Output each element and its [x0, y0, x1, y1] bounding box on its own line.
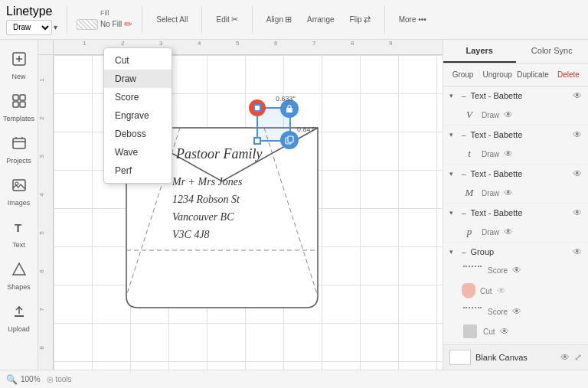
- layer-group-main-header[interactable]: ▾ – Group 👁: [443, 243, 588, 261]
- blank-canvas-swatch: [449, 350, 471, 365]
- align-button[interactable]: Align ⊞: [262, 12, 296, 27]
- layer-text-babette-3-header[interactable]: ▾ – Text - Babette 👁: [443, 165, 588, 183]
- layer-text-babette-4-header[interactable]: ▾ – Text - Babette 👁: [443, 204, 588, 222]
- layer-score-2[interactable]: Score 👁: [443, 302, 588, 321]
- sidebar-item-images[interactable]: Images: [2, 172, 36, 211]
- selection-box[interactable]: ✕: [256, 107, 291, 142]
- zoom-level: 100%: [21, 375, 41, 383]
- ruler-mark-h-6: 6: [274, 40, 277, 47]
- more-button[interactable]: More •••: [394, 13, 431, 26]
- svg-rect-3: [13, 95, 18, 100]
- handle-top-left[interactable]: [253, 104, 261, 112]
- eye-icon-blank-canvas[interactable]: 👁: [560, 352, 570, 363]
- layer-draw-4[interactable]: p Draw 👁: [443, 222, 588, 242]
- edit-button[interactable]: Edit ✂: [211, 12, 242, 27]
- ruler-mark-v-1: 1: [38, 78, 45, 81]
- svg-text:Pastoor Family: Pastoor Family: [175, 146, 263, 161]
- ruler-mark-v-5: 5: [38, 231, 45, 234]
- svg-rect-7: [13, 139, 25, 148]
- draw-2-icon: t: [462, 148, 477, 160]
- layer-babette-1-name: Text - Babette: [471, 91, 568, 100]
- eye-icon-draw-4[interactable]: 👁: [504, 227, 513, 237]
- arrange-button[interactable]: Arrange: [302, 13, 339, 26]
- upload-icon: [11, 303, 28, 324]
- dropdown-item-perf[interactable]: Perf: [104, 161, 172, 180]
- eye-icon-cut-1[interactable]: 👁: [497, 285, 506, 296]
- duplicate-button[interactable]: Duplicate: [515, 68, 550, 81]
- sidebar-item-upload[interactable]: Upload: [2, 298, 36, 337]
- dropdown-item-draw[interactable]: Draw: [104, 70, 172, 88]
- expand-icon-3: ▾: [449, 170, 457, 178]
- expand-icon-2: ▾: [449, 131, 457, 139]
- canvas-area[interactable]: 1 2 3 4 5 6 7 8 9 1 2 3 4 5 6 7 8: [38, 40, 443, 370]
- draw-2-type: Draw: [482, 150, 499, 158]
- status-text: ◎ tools: [47, 375, 72, 383]
- dropdown-item-cut[interactable]: Cut: [104, 51, 172, 70]
- measurement-width: 0.633": [276, 95, 296, 103]
- eye-icon-draw-2[interactable]: 👁: [504, 148, 513, 159]
- layer-draw-3[interactable]: M Draw 👁: [443, 183, 588, 203]
- ruler-corner: [38, 40, 54, 55]
- eye-icon-draw-1[interactable]: 👁: [504, 109, 513, 120]
- templates-icon: [11, 93, 28, 113]
- layer-draw-2[interactable]: t Draw 👁: [443, 144, 588, 164]
- layer-babette-2-name: Text - Babette: [471, 130, 568, 139]
- ruler-mark-h-5: 5: [236, 40, 239, 47]
- handle-bottom-left[interactable]: [253, 137, 261, 145]
- dropdown-item-deboss[interactable]: Deboss: [104, 125, 172, 143]
- ruler-mark-h-2: 2: [121, 40, 124, 47]
- eye-icon-score-2[interactable]: 👁: [512, 306, 521, 317]
- sidebar-item-templates[interactable]: Templates: [2, 88, 36, 127]
- fill-section: Fill No Fill ✏: [77, 9, 132, 30]
- layer-cut-1[interactable]: Cut 👁: [443, 279, 588, 302]
- layer-babette-3-name: Text - Babette: [471, 169, 568, 178]
- ruler-mark-v-2: 2: [38, 116, 45, 119]
- dropdown-item-engrave[interactable]: Engrave: [104, 106, 172, 125]
- select-all-button[interactable]: Select All: [152, 13, 192, 26]
- eye-icon-2[interactable]: 👁: [573, 129, 582, 140]
- eye-icon-4[interactable]: 👁: [573, 207, 582, 218]
- tab-color-sync[interactable]: Color Sync: [516, 40, 589, 63]
- delete-button[interactable]: Delete: [552, 68, 585, 81]
- align-icon: ⊞: [285, 15, 292, 24]
- layer-score-1[interactable]: Score 👁: [443, 261, 588, 279]
- linetype-select[interactable]: Cut Draw Score Engrave Deboss Wave Perf: [6, 20, 52, 35]
- layer-text-babette-2-header[interactable]: ▾ – Text - Babette 👁: [443, 126, 588, 144]
- layer-cut-2[interactable]: Cut 👁: [443, 321, 588, 342]
- flip-button[interactable]: Flip ⇄: [345, 12, 375, 27]
- layer-text-babette-1-header[interactable]: ▾ – Text - Babette 👁: [443, 86, 588, 105]
- eye-icon-cut-2[interactable]: 👁: [500, 326, 509, 337]
- text-icon: T: [11, 219, 28, 240]
- fill-swatch[interactable]: [77, 19, 98, 30]
- layer-expand-arrow-group: –: [462, 248, 466, 256]
- eye-icon-3[interactable]: 👁: [573, 168, 582, 179]
- sidebar-item-text[interactable]: T Text: [2, 214, 36, 253]
- ruler-mark-h-3: 3: [159, 40, 162, 47]
- zoom-icon: 🔍: [6, 374, 18, 385]
- eye-icon-draw-3[interactable]: 👁: [504, 187, 513, 198]
- sidebar-item-new[interactable]: New: [2, 46, 36, 85]
- ruler-mark-v-8: 8: [38, 346, 45, 349]
- copy-button[interactable]: [280, 131, 299, 149]
- shapes-label: Shapes: [7, 283, 31, 291]
- svg-text:T: T: [15, 221, 21, 234]
- dropdown-item-score[interactable]: Score: [104, 88, 172, 106]
- dropdown-item-wave[interactable]: Wave: [104, 143, 172, 161]
- sidebar-item-shapes[interactable]: Shapes: [2, 256, 36, 295]
- ruler-mark-h-7: 7: [312, 40, 315, 47]
- ruler-left: 1 2 3 4 5 6 7 8 9: [38, 55, 54, 370]
- eye-icon-group[interactable]: 👁: [573, 246, 582, 257]
- group-button[interactable]: Group: [446, 68, 479, 81]
- eye-icon-score-1[interactable]: 👁: [512, 265, 521, 276]
- draw-4-type: Draw: [482, 228, 499, 236]
- layer-draw-1[interactable]: V Draw 👁: [443, 105, 588, 125]
- eye-icon-1[interactable]: 👁: [573, 90, 582, 101]
- svg-rect-10: [13, 180, 25, 191]
- tab-layers[interactable]: Layers: [443, 40, 516, 63]
- layer-text-babette-3: ▾ – Text - Babette 👁 M Draw 👁: [443, 165, 588, 204]
- right-panel: Layers Color Sync Group Ungroup Duplicat…: [443, 40, 588, 370]
- sidebar-item-projects[interactable]: Projects: [2, 130, 36, 169]
- images-label: Images: [8, 199, 31, 207]
- ungroup-button[interactable]: Ungroup: [481, 68, 514, 81]
- cut-2-preview: [463, 324, 477, 338]
